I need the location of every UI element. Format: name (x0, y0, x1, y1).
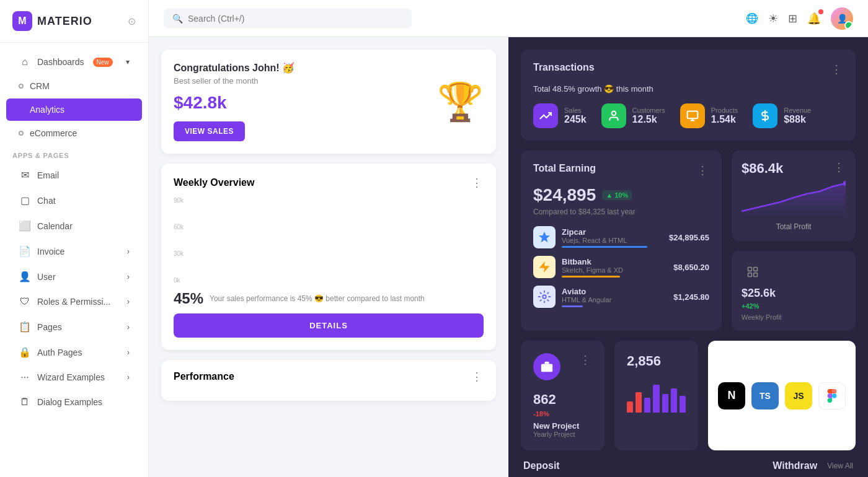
new-project-menu-icon[interactable]: ⋮ (580, 353, 592, 367)
performance-menu-icon[interactable]: ⋮ (471, 370, 484, 383)
sidebar-item-invoice[interactable]: 📄 Invoice › (6, 239, 142, 263)
new-project-change: -18% (533, 410, 549, 418)
dashboards-label: Dashboards (37, 57, 84, 67)
sidebar-toggle-icon[interactable]: ⊙ (128, 15, 136, 27)
search-input[interactable] (188, 14, 403, 24)
products-info: Products 1.54k (711, 107, 738, 125)
calendar-label: Calendar (37, 221, 73, 231)
aviato-name: Aviato (562, 287, 667, 296)
main-content: 🔍 🌐 ☀ ⊞ 🔔 👤 Congratulations John! 🥳 Best (149, 0, 868, 477)
chat-label: Chat (37, 196, 56, 206)
view-all-link[interactable]: View All (827, 462, 853, 470)
customers-info: Customers 12.5k (632, 107, 665, 125)
view-sales-button[interactable]: VIEW SALES (174, 121, 245, 141)
revenue-info: Revenue $88k (784, 107, 811, 125)
sidebar-item-roles[interactable]: 🛡 Roles & Permissi... › (6, 290, 142, 313)
transactions-header: Transactions ⋮ (533, 62, 843, 77)
profit-chart-value: $86.4k (742, 160, 783, 177)
wizard-icon: ··· (19, 372, 31, 383)
pages-icon: 📋 (19, 321, 31, 333)
new-project-label2: Yearly Project (533, 431, 592, 438)
mini-bar-5 (662, 394, 668, 413)
panel-light: Congratulations John! 🥳 Best seller of t… (149, 37, 508, 477)
tx-sales: Sales 245k (533, 103, 587, 128)
sidebar-item-analytics[interactable]: Analytics (6, 98, 142, 121)
sales-icon (533, 103, 558, 128)
profit-menu-icon[interactable]: ⋮ (833, 160, 846, 174)
products-icon (680, 103, 705, 128)
auth-label: Auth Pages (37, 348, 82, 357)
sidebar-item-crm[interactable]: CRM (6, 75, 142, 97)
details-button[interactable]: DETAILS (174, 313, 484, 338)
zipcar-progress (562, 246, 647, 248)
sidebar-item-dialog[interactable]: 🗒 Dialog Examples (6, 390, 142, 414)
sidebar-item-user[interactable]: 👤 User › (6, 265, 142, 289)
pages-label: Pages (37, 322, 62, 332)
svg-rect-10 (754, 268, 758, 271)
chevron-right-icon: › (127, 348, 130, 357)
weekly-menu-icon[interactable]: ⋮ (471, 176, 484, 190)
app-name: MATERIO (37, 15, 92, 28)
products-label: Products (711, 107, 738, 114)
weekly-profit-change: +42% (742, 302, 759, 310)
svg-rect-1 (687, 112, 698, 119)
chevron-down-icon: ▾ (126, 58, 130, 66)
grid-icon[interactable]: ⊞ (788, 12, 797, 25)
header: 🔍 🌐 ☀ ⊞ 🔔 👤 (149, 0, 868, 37)
revenue-label: Revenue (784, 107, 811, 114)
new-project-header: ⋮ (533, 353, 592, 387)
transactions-title: Transactions (533, 62, 595, 73)
sales-label: Sales (564, 107, 587, 114)
notifications-icon[interactable]: 🔔 (807, 12, 821, 25)
svg-point-7 (542, 295, 546, 299)
bitbank-amount: $8,650.20 (673, 263, 709, 272)
congrats-title: Congratulations John! 🥳 (174, 62, 484, 74)
chevron-right-icon: › (127, 273, 130, 281)
sales-value: 245k (564, 114, 587, 125)
earning-title: Total Earning (533, 163, 596, 174)
svg-rect-11 (748, 273, 752, 277)
weekly-title: Weekly Overview (174, 177, 254, 188)
invoice-icon: 📄 (19, 245, 31, 257)
revenue-icon (753, 103, 777, 128)
sidebar-item-pages[interactable]: 📋 Pages › (6, 315, 142, 339)
earning-menu-icon[interactable]: ⋮ (697, 164, 709, 177)
lock-icon: 🔒 (19, 346, 31, 358)
sidebar-item-email[interactable]: ✉ Email (6, 163, 142, 187)
sidebar-item-ecommerce[interactable]: eCommerce (6, 122, 142, 144)
total-profit-card: $86.4k ⋮ (732, 151, 856, 241)
products-value: 1.54k (711, 114, 738, 125)
y-label-0k: 0k (174, 277, 184, 284)
aviato-progress (562, 305, 583, 307)
sales-info: Sales 245k (564, 107, 587, 125)
aviato-info: Aviato HTML & Angular (562, 287, 667, 307)
withdraw-row: Withdraw View All (773, 460, 853, 471)
theme-icon[interactable]: ☀ (768, 12, 778, 25)
new-project-card: ⋮ 862 -18% New Project Yearly Project (521, 341, 604, 450)
search-bar[interactable]: 🔍 (164, 9, 412, 28)
earning-list: Zipcar Vuejs, React & HTML $24,895.65 (533, 226, 709, 308)
avatar[interactable]: 👤 (831, 7, 853, 30)
sidebar-item-auth[interactable]: 🔒 Auth Pages › (6, 340, 142, 364)
home-icon: ⌂ (19, 56, 31, 68)
aviato-amount: $1,245.80 (673, 292, 709, 302)
sidebar-item-dashboards[interactable]: ⌂ Dashboards New ▾ (6, 50, 142, 74)
sidebar-item-chat[interactable]: ▢ Chat (6, 188, 142, 212)
dialog-icon: 🗒 (19, 396, 31, 408)
weekly-percentage: 45% (174, 290, 203, 307)
translate-icon[interactable]: 🌐 (746, 12, 758, 24)
sidebar-item-wizard[interactable]: ··· Wizard Examples › (6, 365, 142, 389)
growth-text: Total 48.5% growth (533, 84, 604, 94)
sidebar-item-calendar[interactable]: ⬜ Calendar (6, 214, 142, 238)
chart-y-labels: 90k 60k 30k 0k (174, 197, 184, 284)
user-label: User (37, 272, 56, 282)
circle-icon (19, 131, 24, 136)
growth-emoji: 😎 (604, 84, 614, 94)
weekly-profit-card: $25.6k +42% Weekly Profit (732, 251, 856, 331)
profit-mini-chart (742, 180, 846, 217)
congrats-card: Congratulations John! 🥳 Best seller of t… (161, 50, 496, 154)
logo-icon: M (12, 11, 32, 31)
crm-label: CRM (30, 81, 50, 91)
transactions-menu-icon[interactable]: ⋮ (831, 63, 843, 76)
bitbank-progress (562, 276, 620, 278)
